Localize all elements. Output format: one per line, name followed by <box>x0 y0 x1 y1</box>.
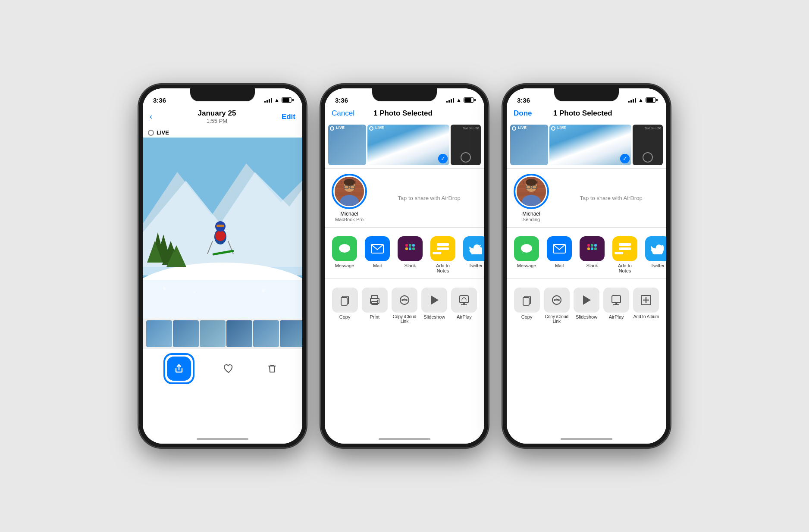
action-label-copy-3: Copy <box>521 314 533 319</box>
status-icons-2: ▲ <box>446 97 474 103</box>
action-copy-3[interactable]: Copy <box>514 288 540 324</box>
icloud-icon-2 <box>392 288 417 313</box>
share-button[interactable] <box>167 357 191 381</box>
svg-rect-29 <box>345 177 345 180</box>
thumb-1[interactable] <box>146 320 172 347</box>
nav-bar-1: ‹ January 25 1:55 PM Edit <box>143 107 302 128</box>
home-indicator-3 <box>561 438 612 440</box>
play-svg-3 <box>581 294 592 306</box>
svg-point-19 <box>262 289 265 292</box>
action-label-slideshow-3: Slideshow <box>576 314 597 319</box>
airdrop-subtitle-1: MacBook Pro <box>335 217 364 222</box>
thumb-4[interactable] <box>226 320 252 347</box>
action-icloud-2[interactable]: Copy iCloud Link <box>391 288 417 324</box>
live-circle-icon <box>148 130 154 136</box>
app-message-2[interactable]: Message <box>332 236 357 273</box>
svg-rect-48 <box>409 247 411 250</box>
thumb-3[interactable] <box>200 320 226 347</box>
slack-svg-3 <box>586 243 598 255</box>
person-svg-3 <box>517 177 546 206</box>
airdrop-person-wrapper-3[interactable]: Michael Sending <box>514 174 549 222</box>
message-icon-2 <box>332 236 357 261</box>
svg-point-96 <box>554 299 555 301</box>
app-notes-2[interactable]: Add to Notes <box>430 236 456 273</box>
thumb-6[interactable] <box>280 320 302 347</box>
action-airplay-3[interactable]: AirPlay <box>603 288 630 324</box>
cancel-button[interactable]: Cancel <box>332 109 354 118</box>
app-mail-2[interactable]: Mail <box>364 236 390 273</box>
photo-svg-1 <box>143 138 302 319</box>
add-svg <box>640 294 652 306</box>
app-mail-3[interactable]: Mail <box>546 236 572 273</box>
thumb-2[interactable] <box>173 320 199 347</box>
nav-bar-2: Cancel 1 Photo Selected <box>325 107 484 121</box>
action-slideshow-3[interactable]: Slideshow <box>573 288 599 324</box>
sel-photo-2-selected[interactable]: LIVE ✓ <box>367 125 449 165</box>
edit-button[interactable]: Edit <box>282 113 295 121</box>
share-button-wrapper[interactable] <box>163 353 194 384</box>
svg-point-56 <box>377 300 378 301</box>
sel-photo-dark-1: Sat Jan 26 <box>451 125 481 165</box>
battery-icon <box>282 97 292 103</box>
nav-title-3: 1 Photo Selected <box>553 109 612 118</box>
airdrop-name-3: Michael <box>522 211 540 217</box>
main-photo-1 <box>143 138 302 319</box>
home-indicator-1 <box>197 438 248 440</box>
app-label-twitter-3: Twitter <box>651 263 665 268</box>
airdrop-row-3: Michael Sending Tap to share with AirDro… <box>507 169 666 228</box>
svg-rect-46 <box>405 247 408 250</box>
svg-rect-47 <box>409 244 411 247</box>
time-1: 3:36 <box>153 97 166 104</box>
action-label-slideshow-2: Slideshow <box>423 314 445 319</box>
svg-rect-77 <box>537 181 538 184</box>
done-button[interactable]: Done <box>514 109 532 118</box>
sel-photo-3-1[interactable]: LIVE <box>510 125 548 165</box>
svg-point-37 <box>344 179 355 186</box>
status-icons-3: ▲ <box>628 97 656 103</box>
sel-photo-1[interactable]: LIVE <box>328 125 366 165</box>
app-twitter-2[interactable]: Twitter <box>463 236 484 273</box>
battery-icon-2 <box>464 97 474 103</box>
app-twitter-3[interactable]: Twitter <box>645 236 666 273</box>
app-notes-3[interactable]: Add to Notes <box>612 236 638 273</box>
back-button[interactable]: ‹ <box>150 112 152 121</box>
app-icons-row-2: Message Mail <box>325 231 484 279</box>
signal-icon <box>264 97 272 103</box>
slideshow-icon-2 <box>421 288 447 313</box>
action-copy-2[interactable]: Copy <box>332 288 358 324</box>
action-add-album-3[interactable]: Add to Album <box>633 288 659 324</box>
airdrop-subtitle-3: Sending <box>523 217 540 222</box>
svg-point-79 <box>526 179 537 186</box>
slack-svg <box>404 243 416 255</box>
share-highlight <box>163 353 194 384</box>
airdrop-person-wrapper[interactable]: Michael MacBook Pro <box>332 174 367 222</box>
nav-bar-3: Done 1 Photo Selected <box>507 107 666 121</box>
svg-rect-74 <box>541 177 541 180</box>
app-label-mail-3: Mail <box>555 263 564 268</box>
app-slack-3[interactable]: Slack <box>579 236 605 273</box>
svg-point-18 <box>194 292 195 294</box>
airplay-icon-3 <box>603 288 629 313</box>
action-airplay-2[interactable]: AirPlay <box>451 288 477 324</box>
copy-svg-3 <box>521 294 533 306</box>
app-slack-2[interactable]: Slack <box>397 236 423 273</box>
delete-button[interactable] <box>263 359 282 378</box>
action-slideshow-2[interactable]: Slideshow <box>421 288 448 324</box>
action-icloud-3[interactable]: Copy iCloud Link <box>543 288 570 324</box>
icloud-icon-3 <box>544 288 570 313</box>
app-message-3[interactable]: Message <box>514 236 539 273</box>
app-label-message-3: Message <box>517 263 536 268</box>
thumbnail-strip[interactable] <box>143 319 302 349</box>
copy-icon-3 <box>514 288 540 313</box>
action-label-copy-2: Copy <box>339 314 351 319</box>
thumb-5[interactable] <box>253 320 279 347</box>
action-print-2[interactable]: Print <box>361 288 388 324</box>
photo-strip-3: LIVE LIVE ✓ Sat Jan 26 <box>507 121 666 169</box>
heart-button[interactable] <box>219 359 238 378</box>
svg-rect-13 <box>216 225 224 227</box>
twitter-icon-3 <box>645 236 666 261</box>
mail-icon-2 <box>365 236 390 261</box>
sel-photo-3-2-selected[interactable]: LIVE ✓ <box>549 125 631 165</box>
airplay-icon-2 <box>451 288 477 313</box>
divider-3 <box>507 279 666 279</box>
